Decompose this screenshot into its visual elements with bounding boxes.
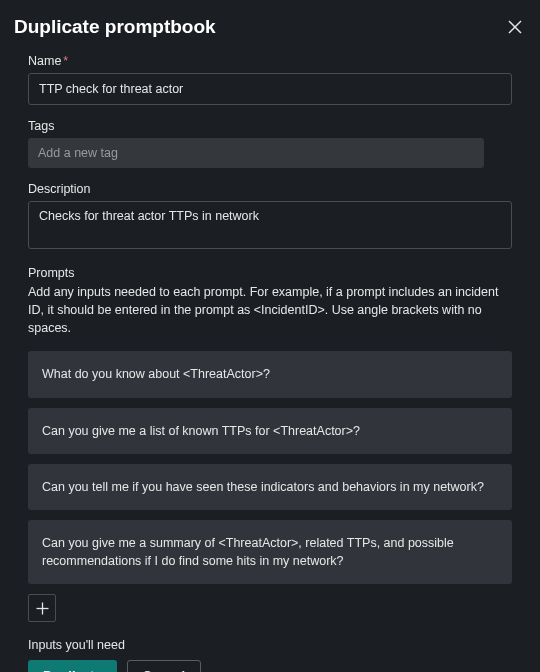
button-row: Duplicate Cancel [28,660,512,672]
inputs-label: Inputs you'll need [28,638,512,652]
description-label: Description [28,182,512,196]
tags-input[interactable] [28,138,484,168]
prompt-item[interactable]: What do you know about <ThreatActor>? [28,351,512,397]
name-label: Name* [28,54,512,68]
tags-field: Tags [28,119,512,168]
duplicate-button[interactable]: Duplicate [28,660,117,672]
plus-icon [36,602,49,615]
description-input[interactable]: Checks for threat actor TTPs in network [28,201,512,249]
prompts-help: Add any inputs needed to each prompt. Fo… [28,283,512,337]
required-asterisk: * [63,54,68,68]
name-label-text: Name [28,54,61,68]
prompt-item[interactable]: Can you give me a summary of <ThreatActo… [28,520,512,584]
close-icon[interactable] [508,20,522,34]
add-prompt-button[interactable] [28,594,56,622]
name-field: Name* [28,54,512,105]
prompt-item[interactable]: Can you tell me if you have seen these i… [28,464,512,510]
modal-header: Duplicate promptbook [0,0,540,48]
name-input[interactable] [28,73,512,105]
prompt-item[interactable]: Can you give me a list of known TTPs for… [28,408,512,454]
prompts-label: Prompts [28,266,512,280]
modal-body: Name* Tags Description Checks for threat… [0,48,540,672]
tags-label: Tags [28,119,512,133]
cancel-button[interactable]: Cancel [127,660,202,672]
modal-title: Duplicate promptbook [14,16,216,38]
description-field: Description Checks for threat actor TTPs… [28,182,512,252]
duplicate-promptbook-modal: Duplicate promptbook Name* Tags Descript… [0,0,540,672]
